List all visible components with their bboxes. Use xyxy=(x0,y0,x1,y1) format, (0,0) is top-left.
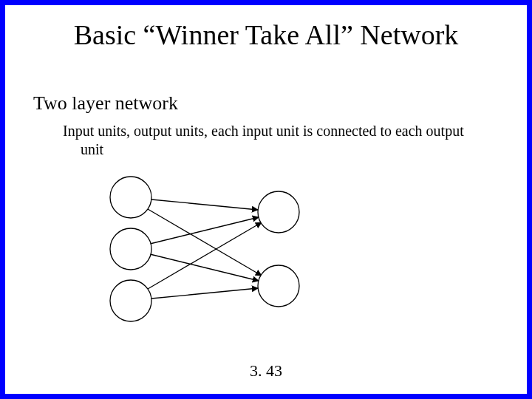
edge-i3-o1 xyxy=(148,222,262,289)
edges xyxy=(148,200,262,299)
edge-i3-o2 xyxy=(151,288,258,299)
edge-i1-o2 xyxy=(148,209,262,276)
slide-frame: Basic “Winner Take All” Network Two laye… xyxy=(0,0,532,399)
network-diagram xyxy=(86,168,338,330)
input-node-3 xyxy=(110,280,151,321)
output-node-1 xyxy=(258,191,299,233)
output-node-2 xyxy=(258,265,299,307)
input-nodes xyxy=(110,177,151,321)
input-node-2 xyxy=(110,228,151,270)
output-nodes xyxy=(258,191,299,307)
edge-i1-o1 xyxy=(151,200,258,210)
slide-subtitle: Two layer network xyxy=(33,92,178,115)
edge-i2-o1 xyxy=(150,217,259,244)
page-number: 3. 43 xyxy=(5,361,527,381)
input-node-1 xyxy=(110,177,151,218)
slide-body-text: Input units, output units, each input un… xyxy=(63,122,482,159)
slide-title: Basic “Winner Take All” Network xyxy=(5,18,527,51)
edge-i2-o2 xyxy=(150,254,259,281)
